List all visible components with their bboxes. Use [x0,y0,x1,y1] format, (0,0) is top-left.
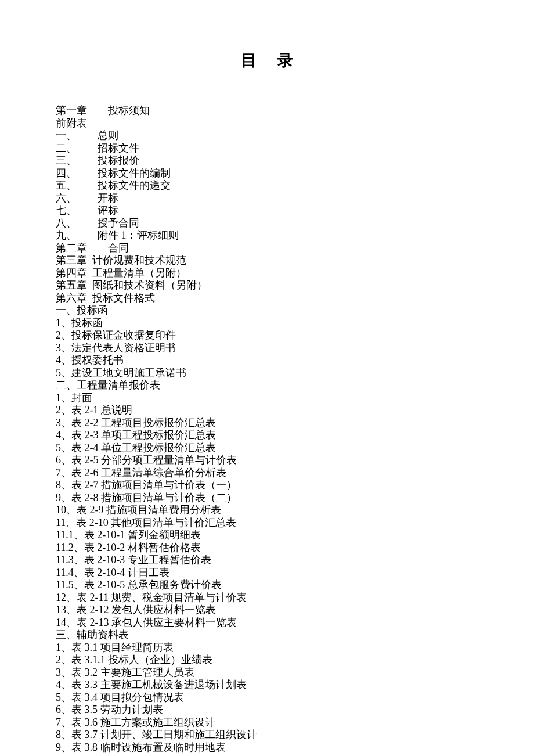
toc-entry: 六、 开标 [56,192,499,205]
toc-entry-text: 1、投标函 [56,317,103,330]
toc-entry: 12、表 2-11 规费、税金项目清单与计价表 [56,592,499,604]
toc-entry-text: 11.1、表 2-10-1 暂列金额明细表 [56,529,201,542]
toc-entry-text: 10、表 2-9 措施项目清单费用分析表 [56,504,221,517]
toc-entry-prefix: 八、 [56,217,98,230]
toc-entry-text: 3、表 2-2 工程项目投标报价汇总表 [56,417,216,430]
toc-entry-prefix: 五、 [56,179,98,192]
toc-entry: 10、表 2-9 措施项目清单费用分析表 [56,504,499,517]
toc-entry-text: 9、表 2-8 措施项目清单与计价表（二） [56,492,237,505]
toc-entry-text: 7、表 2-6 工程量清单综合单价分析表 [56,467,226,480]
toc-entry: 9、表 2-8 措施项目清单与计价表（二） [56,492,499,505]
toc-entry-prefix: 第五章 [56,279,92,292]
toc-entry-text: 8、表 2-7 措施项目清单与计价表（一） [56,479,237,492]
toc-entry-prefix: 六、 [56,192,98,205]
toc-entry-prefix: 第三章 [56,254,92,267]
toc-entry-prefix: 一、 [56,129,98,142]
toc-entry-text: 总则 [98,129,118,142]
toc-entry-text: 13、表 2-12 发包人供应材料一览表 [56,604,216,617]
toc-entry-text: 评标 [98,204,118,217]
toc-entry-text: 7、表 3.6 施工方案或施工组织设计 [56,717,215,729]
toc-entry-text: 2、投标保证金收据复印件 [56,329,176,342]
toc-entry-text: 开标 [98,192,118,205]
toc-entry-text: 6、表 3.5 劳动力计划表 [56,704,163,717]
toc-entry-text: 投标须知 [108,105,150,117]
toc-entry-prefix: 第一章 [56,105,108,117]
toc-entry: 第一章 投标须知 [56,105,499,117]
toc-entry: 二、工程量清单报价表 [56,379,499,392]
toc-entry: 6、表 2-5 分部分项工程量清单与计价表 [56,454,499,467]
toc-entry-text: 14、表 2-13 承包人供应主要材料一览表 [56,617,237,629]
page-title: 目录 [56,50,499,71]
toc-entry: 5、表 2-4 单位工程投标报价汇总表 [56,442,499,455]
toc-entry: 四、 投标文件的编制 [56,167,499,180]
toc-entry: 8、表 3.7 计划开、竣工日期和施工组织设计 [56,729,499,741]
toc-entry-text: 9、表 3.8 临时设施布置及临时用地表 [56,741,226,754]
toc-entry: 3、法定代表人资格证明书 [56,342,499,355]
toc-entry: 11.2、表 2-10-2 材料暂估价格表 [56,542,499,555]
toc-entry: 14、表 2-13 承包人供应主要材料一览表 [56,617,499,629]
toc-entry: 13、表 2-12 发包人供应材料一览表 [56,604,499,617]
toc-entry-prefix: 第四章 [56,267,92,280]
toc-entry: 8、表 2-7 措施项目清单与计价表（一） [56,479,499,492]
toc-entry: 一、投标函 [56,304,499,317]
toc-entry: 4、表 2-3 单项工程投标报价汇总表 [56,429,499,442]
toc-entry: 5、建设工地文明施工承诺书 [56,367,499,380]
toc-entry-text: 前附表 [56,117,87,130]
toc-entry-text: 2、表 2-1 总说明 [56,404,132,417]
toc-entry: 第六章 投标文件格式 [56,292,499,305]
toc-entry: 3、表 3.2 主要施工管理人员表 [56,667,499,679]
toc-entry-text: 计价规费和技术规范 [92,254,186,267]
toc-entry: 五、 投标文件的递交 [56,179,499,192]
toc-entry-prefix: 九、 [56,229,98,242]
toc-entry: 7、表 2-6 工程量清单综合单价分析表 [56,467,499,480]
toc-entry: 2、表 2-1 总说明 [56,404,499,417]
toc-entry-prefix: 二、 [56,142,98,155]
toc-entry: 一、 总则 [56,129,499,142]
toc-entry-text: 图纸和技术资料（另附） [92,279,207,292]
toc-entry-text: 4、授权委托书 [56,354,124,367]
toc-entry: 4、表 3.3 主要施工机械设备进退场计划表 [56,679,499,692]
toc-entry-text: 招标文件 [98,142,139,155]
toc-entry-text: 11.3、表 2-10-3 专业工程暂估价表 [56,554,211,567]
toc-entry-prefix: 七、 [56,204,98,217]
toc-entry-text: 1、表 3.1 项目经理简历表 [56,642,174,654]
toc-entry: 第五章 图纸和技术资料（另附） [56,279,499,292]
toc-entry-text: 三、辅助资料表 [56,629,129,642]
toc-entry: 七、 评标 [56,204,499,217]
toc-entry-text: 5、表 2-4 单位工程投标报价汇总表 [56,442,216,455]
toc-entry-text: 11.5、表 2-10-5 总承包服务费计价表 [56,579,222,592]
toc-entry: 二、 招标文件 [56,142,499,155]
toc-entry: 2、投标保证金收据复印件 [56,329,499,342]
toc-entry: 6、表 3.5 劳动力计划表 [56,704,499,717]
toc-entry-text: 投标文件的递交 [98,179,171,192]
toc-entry-text: 合同 [108,242,129,255]
toc-entry-prefix: 第二章 [56,242,108,255]
toc-entry: 第四章 工程量清单（另附） [56,267,499,280]
toc-entry: 九、 附件 1：评标细则 [56,229,499,242]
toc-entry-text: 8、表 3.7 计划开、竣工日期和施工组织设计 [56,729,257,741]
toc-entry: 1、表 3.1 项目经理简历表 [56,642,499,654]
toc-entry: 3、表 2-2 工程项目投标报价汇总表 [56,417,499,430]
toc-entry: 11.1、表 2-10-1 暂列金额明细表 [56,529,499,542]
toc-entry-text: 3、表 3.2 主要施工管理人员表 [56,667,194,679]
toc-entry: 11.3、表 2-10-3 专业工程暂估价表 [56,554,499,567]
toc-entry-text: 11.4、表 2-10-4 计日工表 [56,567,169,579]
toc-entry-text: 4、表 3.3 主要施工机械设备进退场计划表 [56,679,247,692]
toc-entry-text: 一、投标函 [56,304,108,317]
toc-entry-text: 投标文件的编制 [98,167,171,180]
table-of-contents: 第一章 投标须知前附表一、 总则二、 招标文件三、 投标报价四、 投标文件的编制… [56,105,499,754]
toc-entry: 三、 投标报价 [56,154,499,167]
toc-entry: 1、投标函 [56,317,499,330]
toc-entry-text: 工程量清单（另附） [92,267,186,280]
toc-entry-text: 11、表 2-10 其他项目清单与计价汇总表 [56,517,236,530]
toc-entry: 11.4、表 2-10-4 计日工表 [56,567,499,579]
toc-entry-text: 二、工程量清单报价表 [56,379,160,392]
toc-entry-prefix: 四、 [56,167,98,180]
toc-entry: 第三章 计价规费和技术规范 [56,254,499,267]
toc-entry: 4、授权委托书 [56,354,499,367]
toc-entry-text: 投标文件格式 [92,292,155,305]
toc-entry-text: 3、法定代表人资格证明书 [56,342,176,355]
toc-entry-text: 投标报价 [98,154,139,167]
toc-entry-text: 6、表 2-5 分部分项工程量清单与计价表 [56,454,237,467]
toc-entry-text: 附件 1：评标细则 [98,229,179,242]
